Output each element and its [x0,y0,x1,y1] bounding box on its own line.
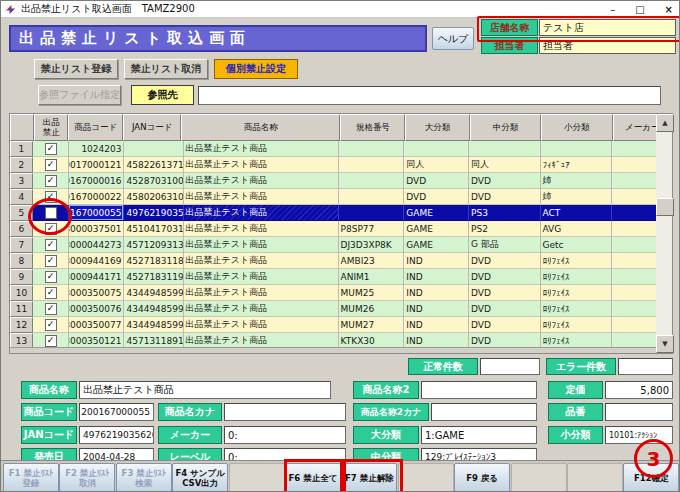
checkbox-checked[interactable]: ✓ [45,319,57,331]
cell-standard-number [339,173,405,189]
tab-cancel-list[interactable]: 禁止リスト取消 [124,59,208,79]
list-price-field[interactable]: 5,800 [605,381,673,399]
table-row[interactable]: 11✓2830003500764344948599326出品禁止テスト商品MUM… [10,301,672,317]
app-icon [5,4,16,15]
fkey-f6-button[interactable]: F6 禁止全て [285,463,341,492]
window-title: 出品禁止リスト取込画面 TAMZ2900 [21,2,195,16]
checkbox-checked[interactable]: ✓ [45,223,57,235]
prohibit-checkbox-cell[interactable]: ✓ [33,157,69,173]
fkey-empty-slot-f5 [229,463,285,492]
table-row[interactable]: 3✓2001670000164528703100903出品禁止テスト商品DVDD… [10,173,672,189]
scroll-down-button[interactable]: ▼ [656,335,674,353]
checkbox-checked[interactable]: ✓ [45,159,57,171]
prohibit-checkbox-cell[interactable]: ✓ [33,189,69,205]
product-code-field[interactable]: 200167000055 [79,403,154,421]
prohibit-checkbox-cell[interactable]: ✓ [33,317,69,333]
cell-product-name: 出品禁止テスト商品 [184,205,339,221]
checkbox-checked[interactable]: ✓ [45,271,57,283]
cell-product-name: 出品禁止テスト商品 [184,269,339,285]
cell-standard-number: MUM25 [339,285,405,301]
prohibit-checkbox-cell[interactable]: ✓ [33,237,69,253]
cell-standard-number: P8SP77 [339,221,405,237]
fkey-empty-slot-f11 [567,463,623,492]
cell-product-code: 288000037501 [69,221,124,237]
product-name-field[interactable]: 出品禁止テスト商品 [79,381,331,399]
prohibit-checkbox-cell[interactable]: ✓ [33,301,69,317]
cell-minor-category: ﾛﾘﾌｪｲｽ [541,285,612,301]
cell-minor-category: ﾛﾘﾌｪｲｽ [541,301,612,317]
checkbox-checked[interactable]: ✓ [45,239,57,251]
cell-middle-category: DVD [469,269,540,285]
table-row[interactable]: 8✓2830009441694527183118276出品禁止テスト商品AMBI… [10,253,672,269]
help-button[interactable]: ヘルプ [432,27,474,50]
cell-product-name: 出品禁止テスト商品 [184,237,339,253]
fkey-f9-button[interactable]: F9 戻る [454,463,510,492]
product-kana-label: 商品名カナ [158,403,222,421]
prohibit-checkbox-cell[interactable]: ✓ [33,269,69,285]
product-name2-kana-field[interactable] [431,403,537,421]
checkbox-checked[interactable]: ✓ [45,175,57,187]
minimize-button[interactable]: – [610,4,615,15]
prohibit-checkbox-cell[interactable]: ✓ [33,173,69,189]
jan-code-label: JANコード [21,426,77,444]
checkbox-checked[interactable]: ✓ [45,191,57,203]
cell-product-code: 283000350076 [69,301,124,317]
scrollbar-thumb[interactable] [656,198,674,216]
checkbox-checked[interactable]: ✓ [45,303,57,315]
cell-minor-category: ﾛﾘﾌｪｲｽ [541,253,612,269]
page-title: 出品禁止リスト取込画面 [9,25,427,52]
checkbox-checked[interactable]: ✓ [45,287,57,299]
checkbox-checked[interactable]: ✓ [45,255,57,267]
table-row[interactable]: 7✓2880000442734571209313803出品禁止テスト商品DJ3D… [10,237,672,253]
product-kana-field[interactable] [224,403,346,421]
table-row[interactable]: 6✓2880000375014510417031321出品禁止テスト商品P8SP… [10,221,672,237]
table-row[interactable]: 10✓2830003500754344948599319出品禁止テスト商品MUM… [10,285,672,301]
fkey-f12-button[interactable]: F12確定 [623,463,679,492]
cell-major-category: IND [404,301,469,317]
horizontal-scroll-strip[interactable] [10,347,658,353]
table-row[interactable]: 9✓2830009441714527183119269出品禁止テスト商品ANIM… [10,269,672,285]
table-row[interactable]: 4✓2001670000224580206310357出品禁止テスト商品DVDD… [10,189,672,205]
checkbox-checked[interactable]: ✓ [45,143,57,155]
cell-product-code: 200167000055 [69,205,124,221]
tab-individual-setting[interactable]: 個別禁止設定 [214,59,298,79]
checkbox-checked[interactable]: ✓ [45,335,57,347]
vertical-scrollbar[interactable]: ▲ ▼ [656,114,672,353]
file-path-input[interactable] [198,86,661,105]
table-row[interactable]: 52001670000554976219035620出品禁止テスト商品GAMEP… [10,205,672,221]
major-category-field[interactable]: 1:GAME [421,426,537,444]
cell-product-code: 283000944169 [69,253,124,269]
header-row-number [10,114,34,141]
cell-standard-number: DJ3D3XP8K [339,237,405,253]
person-field[interactable]: 担当者 [539,37,676,54]
checkbox-unchecked[interactable] [45,207,57,219]
product-name2-field[interactable] [421,381,537,399]
prohibit-checkbox-cell[interactable]: ✓ [33,141,69,157]
cell-middle-category: DVD [469,301,540,317]
cell-jan-code: 4580206310357 [124,189,183,205]
fkey-f4-button[interactable]: F4 サンプル CSV出力 [172,463,228,492]
jan-code-field[interactable]: 4976219035620 [79,426,154,444]
prohibit-checkbox-cell[interactable]: ✓ [33,285,69,301]
browse-button[interactable]: 参照先 [131,85,194,105]
minor-category-field[interactable]: 10101:ｱｸｼｮﾝ [605,426,673,444]
cell-standard-number [339,189,405,205]
minor-category-label: 小分類 [548,426,603,444]
close-button[interactable]: × [665,4,673,15]
table-row[interactable]: 12✓2830003500774344948599333出品禁止テスト商品MUM… [10,317,672,333]
table-row[interactable]: 2✓2000170001214582261371076出品禁止テスト商品同人同人… [10,157,672,173]
prohibit-checkbox-cell[interactable]: ✓ [33,253,69,269]
function-key-bar: F1 禁止ﾘｽﾄ 登録F2 禁止ﾘｽﾄ 取消F3 禁止ﾘｽﾄ 検索F4 サンプル… [1,460,680,492]
maker-field[interactable]: 0: [224,426,346,444]
part-number-field[interactable] [605,403,673,421]
prohibit-checkbox-cell[interactable] [33,205,69,221]
prohibit-checkbox-cell[interactable]: ✓ [33,221,69,237]
list-price-label: 定価 [548,381,603,399]
person-label: 担当者 [481,37,538,54]
maximize-button[interactable]: □ [635,4,644,15]
fkey-f7-button[interactable]: F7 禁止解除 [341,463,397,492]
table-row[interactable]: 1✓1024203出品禁止テスト商品 [10,141,672,157]
tab-register-list[interactable]: 禁止リスト登録 [34,59,118,79]
store-name-field[interactable]: テスト店 [539,19,676,36]
scroll-up-button[interactable]: ▲ [656,114,674,132]
